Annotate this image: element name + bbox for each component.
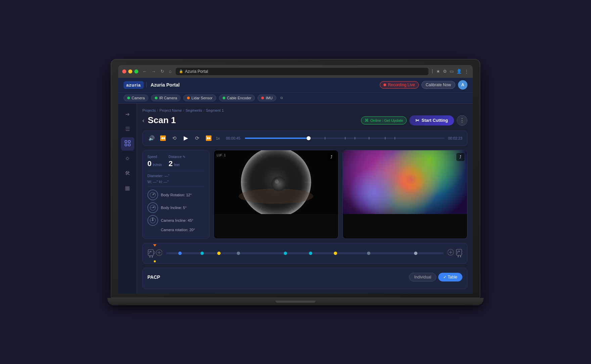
logo-text: azuria xyxy=(126,83,141,88)
sidebar-item-robot[interactable]: 🛠 xyxy=(121,167,134,180)
screen-bezel: ← → ↻ ⌂ 🔒 Azuria Portal ⏐ ★ ⚙ ▭ 👤 ⋮ xyxy=(111,59,480,298)
player-bar: 🔊 ⏪ ⟲ ▶ ⟳ ⏩ 1x 00:00:45 xyxy=(142,131,467,146)
body-rotation-item: Body Rotation: 12° xyxy=(147,190,204,200)
end-time: 00:02:23 xyxy=(448,136,462,140)
menu-icon[interactable]: ⋮ xyxy=(464,69,469,74)
browser-min-btn[interactable] xyxy=(128,69,132,73)
timeline-dot-3[interactable] xyxy=(237,252,240,255)
sensor-imu[interactable]: IMU xyxy=(258,95,276,101)
timeline-dot-1[interactable] xyxy=(200,252,204,255)
svg-rect-26 xyxy=(462,251,462,253)
extension-icon[interactable]: ⚙ xyxy=(443,69,447,74)
ir-status-dot xyxy=(155,97,157,99)
browser-max-btn[interactable] xyxy=(134,69,138,73)
online-badge: ⌘ Online : Get Update xyxy=(361,116,407,124)
home-nav-icon[interactable]: ⌂ xyxy=(168,68,173,74)
robot-dot xyxy=(154,260,156,262)
share-icon[interactable]: ⏐ xyxy=(431,69,434,74)
app-title: Azuria Portal xyxy=(146,82,180,88)
calibrate-button[interactable]: Calibrate Now xyxy=(421,81,455,89)
camera-rotation-item: Camera rotation: 20° xyxy=(147,228,204,232)
list-icon: ☰ xyxy=(125,126,130,132)
breadcrumb-segments[interactable]: Segments xyxy=(186,108,202,112)
sidebar-item-navigate[interactable]: ➜ xyxy=(121,108,134,121)
main-layout: ➜ ☰ xyxy=(118,104,473,294)
forward-nav-icon[interactable]: → xyxy=(150,68,157,74)
sensor-lidar[interactable]: Lidar Sensor xyxy=(183,95,216,101)
external-link-icon[interactable]: ⧉ xyxy=(280,96,283,100)
browser-window-controls xyxy=(122,69,138,73)
track-marker-3 xyxy=(355,137,355,140)
breadcrumb-projects[interactable]: Projects xyxy=(142,108,156,112)
breadcrumb-segment1[interactable]: Segment 1 xyxy=(206,108,224,112)
camera-rotation-text: Camera rotation: 20° xyxy=(161,228,195,232)
timeline-dot-8[interactable] xyxy=(414,252,417,255)
timeline-end-robot xyxy=(448,247,462,260)
skip-back-button[interactable]: ⟲ xyxy=(170,134,178,142)
settings-icon: ⛭ xyxy=(125,156,130,162)
browser-title-bar: ← → ↻ ⌂ 🔒 Azuria Portal ⏐ ★ ⚙ ▭ 👤 ⋮ xyxy=(118,65,473,78)
laptop-shell: ← → ↻ ⌂ 🔒 Azuria Portal ⏐ ★ ⚙ ▭ 👤 ⋮ xyxy=(111,59,480,305)
robot-position-indicator xyxy=(153,244,156,247)
pacp-title: PACP xyxy=(147,274,160,280)
expand-thermal-icon[interactable]: ⤴ xyxy=(456,153,464,161)
rewind-button[interactable]: ⏪ xyxy=(159,134,167,142)
svg-rect-2 xyxy=(125,144,127,146)
sidebar: ➜ ☰ xyxy=(118,104,137,294)
metrics-divider-2 xyxy=(147,187,204,187)
sensor-cable-encoder[interactable]: Cable Encoder xyxy=(219,95,255,101)
volume-button[interactable]: 🔊 xyxy=(147,134,155,142)
breadcrumb-project-name[interactable]: Project Name xyxy=(160,108,182,112)
individual-view-button[interactable]: Individual xyxy=(409,273,436,281)
timeline-track[interactable] xyxy=(166,252,444,254)
timeline-dot-0[interactable] xyxy=(178,252,182,255)
track-marker-1 xyxy=(325,137,325,140)
more-options-button[interactable]: ⋮ xyxy=(457,115,467,126)
browser-address-bar[interactable]: 🔒 Azuria Portal xyxy=(176,68,428,75)
svg-rect-19 xyxy=(152,256,153,258)
table-view-button[interactable]: ✓ Table xyxy=(438,273,462,281)
svg-rect-17 xyxy=(153,252,155,254)
sensor-camera[interactable]: Camera xyxy=(124,95,148,101)
timeline-dot-6[interactable] xyxy=(334,252,337,255)
player-track[interactable] xyxy=(245,138,445,139)
browser-close-btn[interactable] xyxy=(122,69,126,73)
back-nav-icon[interactable]: ← xyxy=(141,68,148,74)
timeline-dot-7[interactable] xyxy=(367,252,370,255)
expand-camera-icon[interactable]: ⤴ xyxy=(327,153,335,161)
sidebar-toggle-icon[interactable]: ▭ xyxy=(450,69,454,74)
user-avatar[interactable]: A xyxy=(458,80,467,90)
fast-forward-button[interactable]: ⏩ xyxy=(204,134,213,142)
playback-speed[interactable]: 1x xyxy=(216,136,223,140)
play-button[interactable]: ▶ xyxy=(182,134,190,142)
player-thumb[interactable] xyxy=(307,136,311,140)
track-marker-2 xyxy=(345,137,346,140)
bookmark-icon[interactable]: ★ xyxy=(436,69,440,74)
svg-rect-28 xyxy=(460,255,461,257)
camera-incline-icon xyxy=(147,215,158,226)
back-button[interactable]: ‹ xyxy=(142,117,144,123)
speed-distance-row: Speed 0 in/min Distance xyxy=(147,155,204,168)
sidebar-item-scan[interactable] xyxy=(121,137,134,151)
timeline-dot-5[interactable] xyxy=(309,252,312,255)
pacp-header: PACP Individual ✓ Table xyxy=(147,273,462,281)
metrics-panel: Speed 0 in/min Distance xyxy=(142,150,210,239)
speed-value: 0 xyxy=(147,159,151,168)
sensor-bar: Camera IR Camera Lidar Sensor Cable Enco… xyxy=(118,93,473,104)
laptop-base-notch xyxy=(275,301,316,303)
dimensions-row: W: —" H: —" xyxy=(147,180,204,184)
timeline-dot-2[interactable] xyxy=(217,252,221,255)
distance-value: 2 xyxy=(169,159,173,168)
cable-encoder-status-dot xyxy=(223,97,225,99)
sidebar-item-list[interactable]: ☰ xyxy=(121,122,134,136)
pacp-section: PACP Individual ✓ Table xyxy=(142,268,467,289)
start-cutting-button[interactable]: ✂ Start Cutting xyxy=(409,115,454,125)
refresh-nav-icon[interactable]: ↻ xyxy=(159,68,166,74)
skip-forward-button[interactable]: ⟳ xyxy=(193,134,201,142)
sidebar-item-settings[interactable]: ⛭ xyxy=(121,152,134,165)
sidebar-item-report[interactable]: ▦ xyxy=(121,181,134,195)
sensor-ir-camera[interactable]: IR Camera xyxy=(151,95,181,101)
account-icon[interactable]: 👤 xyxy=(456,69,462,74)
edit-distance-icon[interactable]: ✎ xyxy=(183,155,185,159)
timeline-dot-4[interactable] xyxy=(284,252,287,255)
